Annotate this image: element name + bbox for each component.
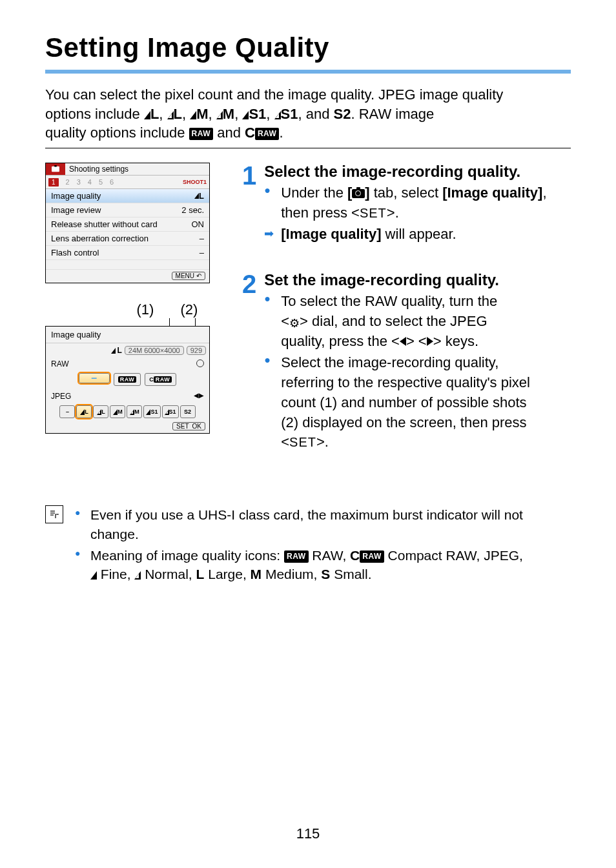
menu-row[interactable]: Release shutter without cardON [46,217,209,232]
title-rule [45,70,571,74]
svg-point-4 [57,514,59,515]
step-1: 1 Select the image-recording quality. Un… [242,163,571,245]
jpeg-option[interactable]: L [93,405,108,418]
step-bullet: Under the [] tab, select [Image quality]… [264,183,571,223]
normal-icon [216,111,223,119]
callout-labels: (1) (2) [45,301,210,318]
raw-section: RAW [46,358,209,370]
normal-icon [274,111,281,119]
raw-icon: RAW [189,128,214,139]
jpeg-option[interactable]: S1 [143,405,160,418]
subtab-bar: 1 2 3 4 5 6 SHOOT1 [46,176,209,189]
notes-section: Even if you use a UHS-I class card, the … [45,505,571,587]
jpeg-option[interactable]: L [76,405,92,418]
normal-icon [167,111,174,119]
notes-icon [45,505,63,523]
camera-icon [352,189,365,198]
page-number: 115 [0,825,616,842]
jpeg-option[interactable]: M [110,405,125,418]
note-item: Meaning of image quality icons: RAW RAW,… [75,546,523,584]
right-arrow-icon [427,337,433,346]
jpeg-option[interactable]: S2 [180,405,196,418]
menu-screenshot-1: Shooting settings 1 2 3 4 5 6 SHOOT1 Ima… [45,163,210,283]
fine-icon [90,571,97,580]
jpeg-option[interactable]: M [127,405,142,418]
menu-row[interactable]: Lens aberration correction– [46,232,209,246]
step-result: [Image quality] will appear. [264,225,571,245]
step-number: 2 [242,271,256,454]
menu-back-button[interactable]: MENU↶ [172,272,205,280]
camera-tab-icon [46,163,65,175]
left-arrow-icon [400,337,406,346]
jpeg-option[interactable]: S1 [162,405,179,418]
step-bullet: Select the image-recording quality, refe… [264,353,530,452]
step-title: Set the image-recording quality. [264,271,530,289]
panel-title: Image quality [46,327,209,343]
step-bullet: To select the RAW quality, turn the <⚙> … [264,292,530,352]
step-2: 2 Set the image-recording quality. To se… [242,271,571,454]
tab-title: Shooting settings [65,165,128,174]
status-bar: L 24M 6000×4000 929 [46,343,209,358]
dial-icon [196,359,204,367]
raw-option-craw[interactable]: CRAW [145,373,176,386]
menu-screenshot-2: Image quality L 24M 6000×4000 929 RAW – … [45,326,210,434]
menu-row[interactable]: Image review2 sec. [46,203,209,217]
step-title: Select the image-recording quality. [264,163,571,181]
menu-row-image-quality[interactable]: Image quality L [46,189,209,203]
step-number: 1 [242,163,256,245]
jpeg-section: JPEG ◀▶ [46,390,209,403]
intro-paragraph: You can select the pixel count and the i… [45,85,571,148]
normal-icon [134,571,141,580]
craw-icon: RAW [360,550,384,563]
menu-row[interactable]: Flash control– [46,246,209,260]
fine-icon [144,111,150,119]
dial-icon: ⚙ [289,316,300,332]
set-ok-button[interactable]: SETOK [172,422,205,430]
fine-icon [242,111,249,119]
craw-icon: RAW [255,128,280,139]
raw-option-raw[interactable]: RAW [114,373,141,386]
note-item: Even if you use a UHS-I class card, the … [75,505,523,543]
raw-icon: RAW [284,550,309,563]
fine-icon [190,111,196,119]
raw-option-none[interactable]: – [79,373,110,383]
page-title: Setting Image Quality [45,32,571,63]
jpeg-option[interactable]: – [59,405,75,418]
